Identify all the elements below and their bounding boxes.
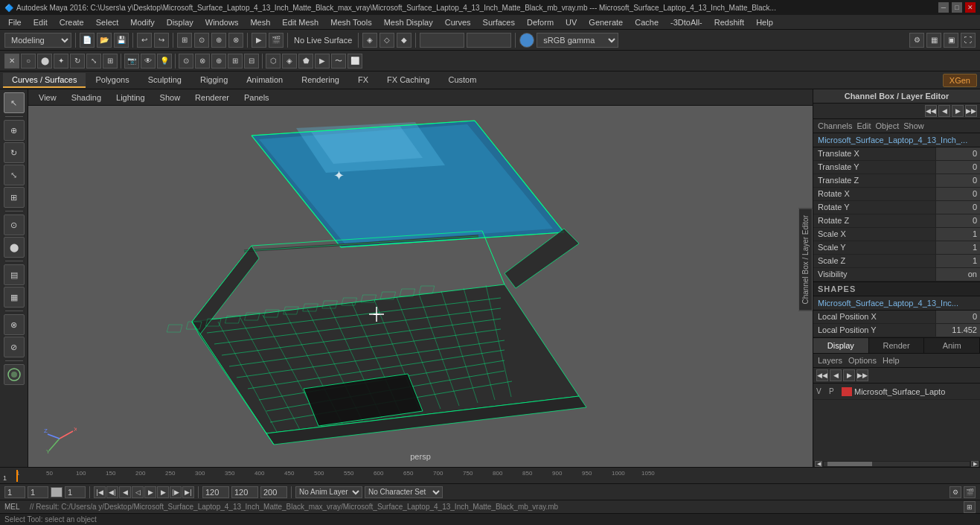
menu-item-display[interactable]: Display — [161, 16, 199, 28]
tb-undo[interactable]: ↩ — [137, 33, 152, 48]
layer-menu-options[interactable]: Options — [848, 356, 877, 365]
maximize-button[interactable]: □ — [952, 2, 962, 13]
menu-item-help[interactable]: Help — [751, 16, 778, 28]
lt-soft[interactable]: ⊙ — [4, 214, 25, 235]
t2-group[interactable]: ⊞ — [228, 54, 243, 69]
t2-camera[interactable]: 📷 — [124, 54, 139, 69]
lt-snap[interactable]: ⊗ — [4, 314, 25, 335]
t2-hide[interactable]: ⊗ — [195, 54, 210, 69]
tb-icon2[interactable]: ◇ — [379, 33, 394, 48]
t2-rotate[interactable]: ↻ — [70, 54, 85, 69]
t2-paint[interactable]: ⬤ — [37, 54, 52, 69]
tab-rendering[interactable]: Rendering — [292, 73, 348, 88]
menu-item-edit[interactable]: Edit — [28, 16, 53, 28]
tb-settings[interactable]: ⚙ — [909, 33, 924, 48]
menu-item-surfaces[interactable]: Surfaces — [478, 16, 520, 28]
t2-poly[interactable]: ⬡ — [266, 54, 281, 69]
tb-snap4[interactable]: ⊗ — [228, 33, 243, 48]
tl-track[interactable]: 1 50 100 150 200 250 300 350 400 450 500… — [16, 470, 977, 482]
tb-snap1[interactable]: ⊞ — [177, 33, 192, 48]
tab-custom[interactable]: Custom — [440, 73, 486, 88]
tb-render2[interactable]: 🎬 — [269, 33, 284, 48]
playhead[interactable] — [16, 470, 18, 482]
dra-tab-display[interactable]: Display — [813, 338, 869, 353]
layer-nav-right2[interactable]: ▶▶ — [856, 369, 868, 381]
tb-redo[interactable]: ↪ — [154, 33, 169, 48]
t2-curve[interactable]: 〜 — [331, 54, 346, 69]
transport-prev-key[interactable]: ◀| — [106, 486, 118, 498]
t2-transform[interactable]: ⊞ — [103, 54, 118, 69]
menu-item-uv[interactable]: UV — [560, 16, 582, 28]
tb-icon3[interactable]: ◆ — [397, 33, 411, 48]
lt-rotate[interactable]: ↻ — [4, 142, 25, 163]
vp-lighting[interactable]: Lighting — [110, 92, 151, 104]
t2-nurbs[interactable]: ◈ — [282, 54, 297, 69]
value2-field[interactable]: 1.00 — [467, 33, 511, 48]
t2-isolate[interactable]: ⊕ — [211, 54, 226, 69]
menu-item-cache[interactable]: Cache — [630, 16, 664, 28]
t2-select[interactable]: ✕ — [4, 54, 19, 69]
layer-menu-help[interactable]: Help — [883, 356, 900, 365]
menu-item-select[interactable]: Select — [91, 16, 124, 28]
menu-item-mesh-display[interactable]: Mesh Display — [379, 16, 438, 28]
ch-icon4[interactable]: ▶▶ — [965, 105, 977, 117]
ch-icon3[interactable]: ▶ — [952, 105, 964, 117]
lt-select[interactable]: ↖ — [4, 92, 25, 113]
menu-item-file[interactable]: File — [3, 16, 27, 28]
dra-tab-render[interactable]: Render — [869, 338, 925, 353]
anim-layer-select[interactable]: No Anim Layer — [295, 486, 362, 498]
menu-item-mesh-tools[interactable]: Mesh Tools — [325, 16, 377, 28]
lt-measure[interactable]: ⊘ — [4, 337, 25, 357]
ch-icon2[interactable]: ◀ — [938, 105, 950, 117]
menu-item--3dtoall-[interactable]: -3DtoAll- — [665, 16, 708, 28]
frame-end-field[interactable] — [202, 486, 229, 498]
menu-item-curves[interactable]: Curves — [440, 16, 476, 28]
layer-scrollbar[interactable]: ◀ ▶ — [813, 461, 980, 467]
transport-end[interactable]: ▶| — [182, 486, 194, 498]
menu-item-modify[interactable]: Modify — [125, 16, 159, 28]
tab-xgen[interactable]: XGen — [943, 74, 977, 87]
transport-play-back[interactable]: ◁ — [132, 486, 144, 498]
layer-nav-left2[interactable]: ◀◀ — [816, 369, 828, 381]
t2-surface[interactable]: ⬜ — [348, 54, 362, 69]
status-script-editor[interactable]: ⊞ — [964, 501, 976, 513]
color-indicator[interactable] — [519, 33, 534, 48]
menu-item-generate[interactable]: Generate — [583, 16, 628, 28]
bc-anim[interactable]: 🎬 — [964, 486, 976, 498]
transport-start[interactable]: |◀ — [94, 486, 106, 498]
menu-item-windows[interactable]: Windows — [200, 16, 244, 28]
vp-renderer[interactable]: Renderer — [189, 92, 235, 104]
vp-show[interactable]: Show — [154, 92, 187, 104]
scroll-right[interactable]: ▶ — [971, 461, 979, 467]
ch-menu-object[interactable]: Object — [875, 121, 899, 130]
lt-grid[interactable]: ▦ — [4, 287, 25, 308]
tab-curves-surfaces[interactable]: Curves / Surfaces — [3, 73, 86, 88]
t2-scale[interactable]: ⤡ — [86, 54, 101, 69]
close-button[interactable]: ✕ — [965, 2, 976, 13]
t2-eye[interactable]: 👁 — [141, 54, 156, 69]
frame-end2-field[interactable] — [231, 486, 258, 498]
tb-open[interactable]: 📂 — [97, 33, 112, 48]
transport-next-key[interactable]: |▶ — [170, 486, 182, 498]
t2-show[interactable]: ⊙ — [179, 54, 193, 69]
viewport[interactable]: View Shading Lighting Show Renderer Pane… — [28, 89, 813, 467]
dra-tab-anim[interactable]: Anim — [924, 338, 980, 353]
ch-menu-channels[interactable]: Channels — [818, 121, 852, 130]
char-set-select[interactable]: No Character Set — [365, 486, 443, 498]
transport-play-fwd[interactable]: ▶ — [144, 486, 156, 498]
tab-animation[interactable]: Animation — [237, 73, 292, 88]
lt-transform[interactable]: ⊞ — [4, 187, 25, 208]
vp-shading[interactable]: Shading — [65, 92, 107, 104]
menu-item-mesh[interactable]: Mesh — [245, 16, 275, 28]
vp-panels[interactable]: Panels — [238, 92, 275, 104]
tab-fx-caching[interactable]: FX Caching — [378, 73, 438, 88]
tb-grid[interactable]: ▦ — [926, 33, 941, 48]
t2-lasso[interactable]: ○ — [21, 54, 36, 69]
tb-panels[interactable]: ▣ — [944, 33, 958, 48]
tb-render1[interactable]: ▶ — [252, 33, 266, 48]
ch-menu-show[interactable]: Show — [903, 121, 924, 130]
minimize-button[interactable]: ─ — [938, 2, 949, 13]
t2-move[interactable]: ✦ — [54, 54, 68, 69]
lt-move[interactable]: ⊕ — [4, 120, 25, 141]
bc-settings[interactable]: ⚙ — [949, 486, 961, 498]
